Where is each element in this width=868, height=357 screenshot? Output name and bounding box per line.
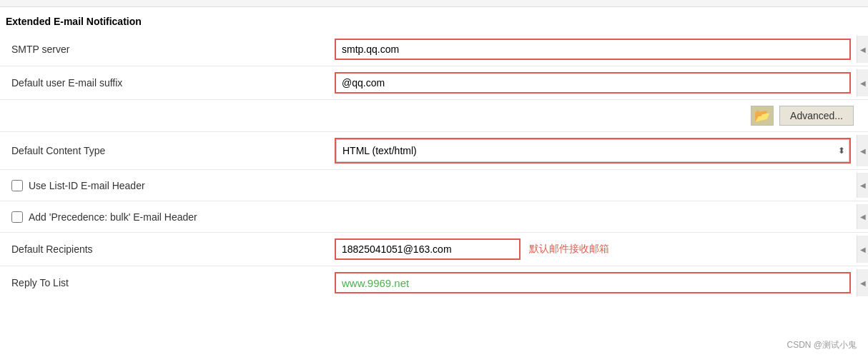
add-precedence-text: Add 'Precedence: bulk' E-mail Header	[29, 211, 197, 223]
smtp-server-input[interactable]	[335, 39, 851, 60]
use-list-id-row: Use List-ID E-mail Header ◀	[0, 170, 868, 201]
use-list-id-checkbox[interactable]	[11, 180, 23, 191]
recipients-note: 默认邮件接收邮箱	[529, 243, 609, 256]
email-suffix-right-indicator: ◀	[857, 69, 868, 96]
smtp-server-input-cell	[329, 36, 857, 63]
email-suffix-input-cell	[329, 69, 857, 96]
add-precedence-label[interactable]: Add 'Precedence: bulk' E-mail Header	[11, 211, 197, 223]
default-recipients-input[interactable]	[335, 238, 521, 260]
default-recipients-input-cell: 默认邮件接收邮箱	[329, 236, 857, 263]
use-list-id-cell: Use List-ID E-mail Header	[0, 176, 329, 196]
page-container: Extended E-mail Notification SMTP server…	[0, 0, 868, 357]
email-suffix-label: Default user E-mail suffix	[0, 73, 329, 93]
smtp-server-label: SMTP server	[0, 39, 329, 59]
email-suffix-input[interactable]	[335, 72, 851, 94]
add-precedence-checkbox[interactable]	[11, 211, 23, 223]
content-type-select[interactable]: HTML (text/html) Plain text (text/plain)	[336, 139, 849, 162]
email-suffix-row: Default user E-mail suffix ◀	[0, 66, 868, 100]
reply-to-list-right-indicator: ◀	[857, 269, 868, 296]
reply-to-list-label: Reply To List	[0, 273, 329, 293]
use-list-id-text: Use List-ID E-mail Header	[29, 180, 145, 191]
content-type-label: Default Content Type	[0, 141, 329, 161]
advanced-button[interactable]: Advanced...	[779, 106, 854, 126]
use-list-id-input-cell	[329, 183, 857, 188]
advanced-row: 📂 Advanced...	[0, 100, 868, 132]
add-precedence-cell: Add 'Precedence: bulk' E-mail Header	[0, 207, 329, 227]
default-recipients-label: Default Recipients	[0, 239, 329, 259]
reply-to-list-row: Reply To List ◀	[0, 266, 868, 299]
reply-to-list-input[interactable]	[335, 272, 851, 293]
smtp-right-indicator: ◀	[857, 36, 868, 63]
advanced-icon: 📂	[751, 106, 774, 126]
section-title: Extended E-mail Notification	[0, 7, 868, 33]
content-type-select-wrapper: HTML (text/html) Plain text (text/plain)…	[335, 138, 851, 164]
reply-to-list-input-cell	[329, 269, 857, 296]
top-bar	[0, 0, 868, 7]
use-list-id-label[interactable]: Use List-ID E-mail Header	[11, 180, 145, 191]
add-precedence-right-indicator: ◀	[857, 204, 868, 229]
content-type-row: Default Content Type HTML (text/html) Pl…	[0, 132, 868, 170]
default-recipients-row: Default Recipients 默认邮件接收邮箱 ◀	[0, 233, 868, 266]
add-precedence-input-cell	[329, 214, 857, 220]
watermark: CSDN @测试小鬼	[786, 339, 857, 351]
default-recipients-right-indicator: ◀	[857, 236, 868, 263]
content-type-right-indicator: ◀	[857, 135, 868, 166]
smtp-server-row: SMTP server ◀	[0, 33, 868, 66]
content-type-input-cell: HTML (text/html) Plain text (text/plain)…	[329, 135, 857, 166]
add-precedence-row: Add 'Precedence: bulk' E-mail Header ◀	[0, 201, 868, 233]
recipients-input-wrapper: 默认邮件接收邮箱	[335, 238, 851, 260]
use-list-id-right-indicator: ◀	[857, 173, 868, 198]
